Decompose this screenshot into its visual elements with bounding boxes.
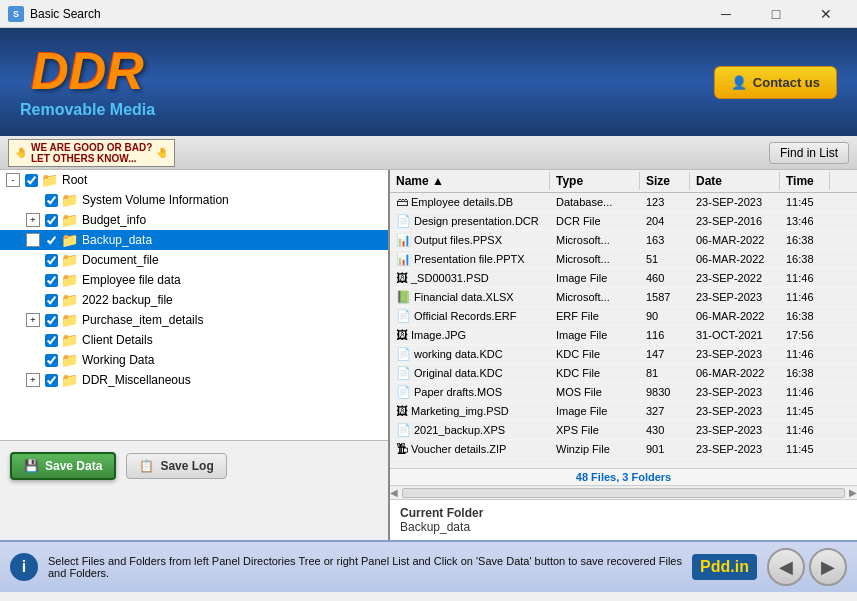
item-checkbox[interactable]: [45, 334, 58, 347]
file-name: 📄2021_backup.XPS: [390, 422, 550, 438]
file-type: KDC File: [550, 347, 640, 361]
save-log-button[interactable]: 📋 Save Log: [126, 453, 226, 479]
table-row[interactable]: 🗜Voucher details.ZIPWinzip File90123-SEP…: [390, 440, 857, 459]
badge-icon: 🤚: [15, 147, 27, 158]
find-in-list-button[interactable]: Find in List: [769, 142, 849, 164]
table-row[interactable]: 📊Output files.PPSXMicrosoft...16306-MAR-…: [390, 231, 857, 250]
horizontal-scrollbar[interactable]: ◀ ▶: [390, 485, 857, 499]
contact-label: Contact us: [753, 75, 820, 90]
table-row[interactable]: 🖼Image.JPGImage File11631-OCT-202117:56: [390, 326, 857, 345]
table-row[interactable]: 🖼_SD00031.PSDImage File46023-SEP-202211:…: [390, 269, 857, 288]
file-time: 17:56: [780, 328, 830, 342]
file-type-icon: 🖼: [396, 404, 408, 418]
file-name: 📄Official Records.ERF: [390, 308, 550, 324]
table-row[interactable]: 🗃Employee details.DBDatabase...12323-SEP…: [390, 193, 857, 212]
item-checkbox[interactable]: [45, 234, 58, 247]
tree-item-client[interactable]: 📁Client Details: [0, 330, 388, 350]
col-name-header[interactable]: Name ▲: [390, 172, 550, 190]
current-folder-area: Current Folder Backup_data: [390, 499, 857, 540]
file-size: 430: [640, 423, 690, 437]
item-checkbox[interactable]: [45, 254, 58, 267]
tree-panel[interactable]: - 📁 Root 📁System Volume Information+📁Bud…: [0, 170, 390, 440]
tree-root[interactable]: - 📁 Root: [0, 170, 388, 190]
tree-item-budget-info[interactable]: +📁Budget_info: [0, 210, 388, 230]
file-time: 11:45: [780, 195, 830, 209]
col-date-header[interactable]: Date: [690, 172, 780, 190]
item-label: Working Data: [82, 353, 154, 367]
file-time: 16:38: [780, 309, 830, 323]
info-text: Select Files and Folders from left Panel…: [48, 555, 682, 579]
table-row[interactable]: 📄Official Records.ERFERF File9006-MAR-20…: [390, 307, 857, 326]
folder-icon: 📁: [61, 212, 78, 228]
root-folder-icon: 📁: [41, 172, 58, 188]
tree-item-backup-2022[interactable]: 📁2022 backup_file: [0, 290, 388, 310]
expand-btn[interactable]: +: [26, 233, 40, 247]
log-icon: 📋: [139, 459, 154, 473]
file-size: 81: [640, 366, 690, 380]
table-row[interactable]: 📄Design presentation.DCRDCR File20423-SE…: [390, 212, 857, 231]
h-scroll-track[interactable]: [402, 488, 845, 498]
table-row[interactable]: 📊Presentation file.PPTXMicrosoft...5106-…: [390, 250, 857, 269]
table-row[interactable]: 📄Original data.KDCKDC File8106-MAR-20221…: [390, 364, 857, 383]
folder-icon: 📁: [61, 272, 78, 288]
item-checkbox[interactable]: [45, 194, 58, 207]
file-list-header: Name ▲ Type Size Date Time: [390, 170, 857, 193]
file-type: Database...: [550, 195, 640, 209]
tree-item-document-file[interactable]: 📁Document_file: [0, 250, 388, 270]
item-checkbox[interactable]: [45, 374, 58, 387]
table-row[interactable]: 📄2021_backup.XPSXPS File43023-SEP-202311…: [390, 421, 857, 440]
tree-item-purchase[interactable]: +📁Purchase_item_details: [0, 310, 388, 330]
file-name: 📊Presentation file.PPTX: [390, 251, 550, 267]
expand-btn[interactable]: +: [26, 313, 40, 327]
prev-button[interactable]: ◀: [767, 548, 805, 586]
table-row[interactable]: 🖼Marketing_img.PSDImage File32723-SEP-20…: [390, 402, 857, 421]
col-size-header[interactable]: Size: [640, 172, 690, 190]
contact-icon: 👤: [731, 75, 747, 90]
badge-line1: WE ARE GOOD OR BAD?: [31, 142, 152, 153]
file-time: 16:38: [780, 366, 830, 380]
item-checkbox[interactable]: [45, 354, 58, 367]
header: DDR Removable Media 👤 Contact us: [0, 28, 857, 136]
file-date: 23-SEP-2016: [690, 214, 780, 228]
tree-item-backup-data[interactable]: +📁Backup_data: [0, 230, 388, 250]
item-checkbox[interactable]: [45, 314, 58, 327]
item-checkbox[interactable]: [45, 214, 58, 227]
file-name: 📄Paper drafts.MOS: [390, 384, 550, 400]
file-time: 16:38: [780, 252, 830, 266]
file-time: 11:46: [780, 271, 830, 285]
tree-item-system-volume[interactable]: 📁System Volume Information: [0, 190, 388, 210]
root-expand[interactable]: -: [6, 173, 20, 187]
tree-item-ddr-misc[interactable]: +📁DDR_Miscellaneous: [0, 370, 388, 390]
next-button[interactable]: ▶: [809, 548, 847, 586]
item-checkbox[interactable]: [45, 294, 58, 307]
current-folder-label: Current Folder: [400, 506, 847, 520]
table-row[interactable]: 📗Financial data.XLSXMicrosoft...158723-S…: [390, 288, 857, 307]
file-size: 116: [640, 328, 690, 342]
maximize-button[interactable]: □: [753, 0, 799, 28]
file-size: 51: [640, 252, 690, 266]
file-type-icon: 📗: [396, 290, 411, 304]
save-data-label: Save Data: [45, 459, 102, 473]
col-time-header[interactable]: Time: [780, 172, 830, 190]
folder-icon: 📁: [61, 312, 78, 328]
file-type: Microsoft...: [550, 290, 640, 304]
tree-item-working[interactable]: 📁Working Data: [0, 350, 388, 370]
brand-badge: Pdd.in: [692, 554, 757, 580]
close-button[interactable]: ✕: [803, 0, 849, 28]
table-row[interactable]: 📄Paper drafts.MOSMOS File983023-SEP-2023…: [390, 383, 857, 402]
expand-btn[interactable]: +: [26, 213, 40, 227]
item-checkbox[interactable]: [45, 274, 58, 287]
table-row[interactable]: 📄working data.KDCKDC File14723-SEP-20231…: [390, 345, 857, 364]
file-list-body[interactable]: 🗃Employee details.DBDatabase...12323-SEP…: [390, 193, 857, 468]
file-time: 11:46: [780, 290, 830, 304]
col-type-header[interactable]: Type: [550, 172, 640, 190]
file-type-icon: 📊: [396, 252, 411, 266]
minimize-button[interactable]: ─: [703, 0, 749, 28]
contact-button[interactable]: 👤 Contact us: [714, 66, 837, 99]
file-date: 06-MAR-2022: [690, 366, 780, 380]
expand-btn[interactable]: +: [26, 373, 40, 387]
tree-item-employee-file[interactable]: 📁Employee file data: [0, 270, 388, 290]
save-data-button[interactable]: 💾 Save Data: [10, 452, 116, 480]
root-checkbox[interactable]: [25, 174, 38, 187]
file-name: 📗Financial data.XLSX: [390, 289, 550, 305]
